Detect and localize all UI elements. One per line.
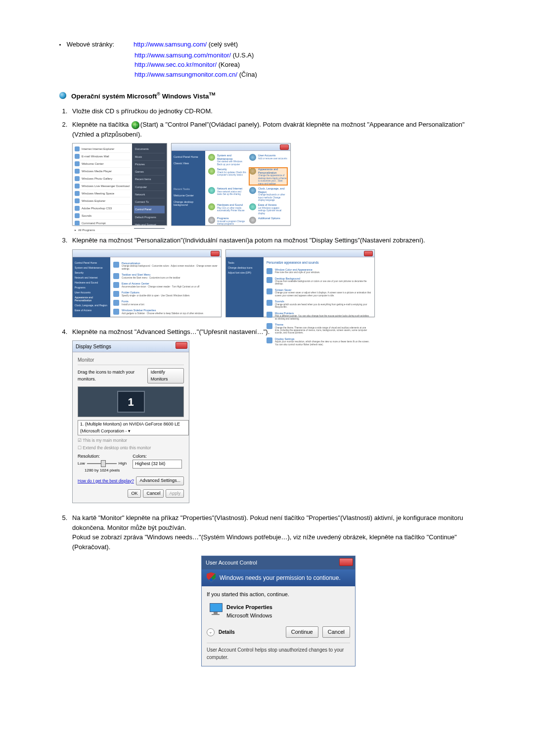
item-title: Personalization <box>122 262 140 265</box>
item-icon <box>267 312 272 318</box>
colors-select[interactable]: Highest (32 bit) <box>133 460 182 469</box>
close-icon <box>176 342 187 349</box>
side-item: Adjust font size (DPI) <box>228 270 262 275</box>
uac-titlebar: User Account Control <box>202 556 355 569</box>
side-item: Control Panel Home <box>75 260 108 265</box>
item-desc: Customize the Start menu · Customize ico… <box>122 277 180 279</box>
cp-side-link: Classic View <box>174 160 203 167</box>
category-icon <box>249 217 256 224</box>
appearance-sidebar: Control Panel Home System and Maintenanc… <box>73 257 110 317</box>
side-item: Clock, Language, and Region <box>75 303 108 308</box>
window-titlebar <box>73 250 221 257</box>
cancel-button[interactable]: Cancel <box>143 489 164 498</box>
uac-banner: Windows needs your permission to contion… <box>202 569 355 586</box>
cp-item-sub: Uninstall a program Change startup progr… <box>217 220 246 226</box>
start-menu-item: Internet Internet Explorer <box>82 147 114 151</box>
item-icon <box>113 282 119 288</box>
close-icon <box>364 251 373 256</box>
item-title: Mouse Pointers <box>275 312 294 315</box>
extend-desktop-checkbox: ☐ Extend the desktop onto this monitor <box>78 445 184 451</box>
step-5-screenshots: User Account Control Windows needs your … <box>72 556 485 666</box>
item-icon <box>113 300 119 306</box>
start-menu-item: Connect To <box>134 198 165 206</box>
start-menu-item: Computer <box>134 184 165 191</box>
item-icon <box>113 309 119 315</box>
appearance-panel-screenshot: Control Panel Home System and Maintenanc… <box>72 249 222 317</box>
website-label: Webové stránky: <box>59 40 134 49</box>
item-title: Windows Sidebar Properties <box>122 309 156 312</box>
side-item: Hardware and Sound <box>75 280 108 285</box>
start-menu-allprograms: All Programs <box>78 228 95 233</box>
cp-item-sub: View network status and tasks Set up fil… <box>217 190 246 196</box>
personalization-main: Personalize appearance and sounds Window… <box>264 257 374 317</box>
display-settings-title: Display Settings <box>76 343 111 350</box>
appearance-main: PersonalizationChange desktop background… <box>110 257 221 317</box>
item-icon <box>113 291 119 297</box>
website-label-text: Webové stránky: <box>67 41 115 48</box>
app-icon <box>75 221 80 226</box>
item-desc: Adjust your monitor resolution, which ch… <box>275 340 371 346</box>
link-samsung-usa[interactable]: http://www.samsung.com/monitor/ <box>134 51 231 59</box>
step-1-text: Vložte disk CD s příručkou do jednotky C… <box>72 107 213 115</box>
main-monitor-checkbox: ☑ This is my main monitor <box>78 437 184 444</box>
monitor-arrangement-area: 1 <box>78 386 184 417</box>
uac-title-text: User Account Control <box>206 559 257 567</box>
cp-side-recent-item: Welcome Center <box>174 192 203 199</box>
step-5-text-a: Na kartě "Monitor" klepněte na příkaz "P… <box>72 514 463 531</box>
cp-item-sub: Change keyboards or other input methods … <box>258 193 287 201</box>
uac-device-name: Device Properties <box>226 603 272 612</box>
sphere-bullet-icon <box>59 92 66 99</box>
category-icon <box>249 187 256 194</box>
details-label[interactable]: Details <box>219 628 282 636</box>
item-icon <box>267 337 272 343</box>
panel-header: Personalize appearance and sounds <box>267 260 371 265</box>
link-samsung-world[interactable]: http://www.samsung.com/ <box>134 41 207 48</box>
app-icon <box>75 206 80 211</box>
start-menu-item: Default Programs <box>134 214 165 221</box>
shield-icon <box>207 572 216 582</box>
start-menu-right: Documents Music Pictures Games Recent It… <box>132 143 167 225</box>
category-icon <box>249 168 256 175</box>
link-suffix: (U.S.A) <box>231 51 254 59</box>
cp-item-sub: Check for updates Check this computer's … <box>217 171 246 177</box>
start-menu-item: Windows Explorer <box>82 199 105 203</box>
side-item: System and Maintenance <box>75 265 108 270</box>
uac-device-vendor: Microsoft Windows <box>226 613 272 618</box>
category-icon <box>208 203 215 210</box>
start-menu-item: Windows Live Messenger Download <box>82 184 130 189</box>
step-4: Klepněte na možnost "Advanced Settings…"… <box>69 327 485 504</box>
item-title: Fonts <box>122 300 129 303</box>
item-title: Window Color and Appearance <box>275 268 312 271</box>
resolution-label: Resolution: <box>78 453 127 460</box>
cp-item-sub: Get started with Windows Back up your co… <box>217 160 246 166</box>
cp-side-recent-item: Change desktop background <box>174 199 203 208</box>
section-heading: Operační systém Microsoft® Windows Vista… <box>59 91 485 101</box>
cp-item-title: Additional Options <box>258 217 280 220</box>
cp-item-title: System and Maintenance <box>217 154 233 160</box>
start-menu-item: Command Prompt <box>82 221 106 226</box>
cancel-button[interactable]: Cancel <box>322 626 350 638</box>
identify-monitors-button[interactable]: Identify Monitors <box>147 368 184 383</box>
monitor-select[interactable]: 1. (Multiple Monitors) on NVIDIA GeForce… <box>78 420 189 435</box>
app-icon <box>75 161 80 166</box>
resolution-slider[interactable]: Low High <box>78 461 127 467</box>
link-sec-korea[interactable]: http://www.sec.co.kr/monitor/ <box>134 61 217 68</box>
start-orb-icon <box>132 121 139 129</box>
cp-item-sub: Change the appearance of desktop items A… <box>258 174 287 185</box>
start-menu-item: Help and Support <box>134 221 165 229</box>
item-desc: Specify single- or double-click to open … <box>122 294 190 297</box>
continue-button[interactable]: Continue <box>286 626 318 638</box>
advanced-settings-button[interactable]: Advanced Settings... <box>136 476 184 485</box>
chevron-down-icon[interactable]: ⌄ <box>207 628 215 636</box>
start-menu-item: Network <box>134 191 165 198</box>
side-item-active: Appearance and Personalization <box>75 295 108 303</box>
best-display-link[interactable]: How do I get the best display? <box>78 478 134 484</box>
ok-button[interactable]: OK <box>128 489 141 498</box>
link-samsung-china[interactable]: http://www.samsungmonitor.com.cn/ <box>134 71 237 78</box>
colors-label: Colors: <box>133 453 182 460</box>
side-item: Network and Internet <box>75 275 108 280</box>
category-icon <box>249 203 256 210</box>
item-desc: Install or remove a font <box>122 303 144 306</box>
step-1: Vložte disk CD s příručkou do jednotky C… <box>69 106 485 116</box>
step-5-text-b: Pokud se zobrazí zpráva "Windows needs…"… <box>72 533 457 551</box>
